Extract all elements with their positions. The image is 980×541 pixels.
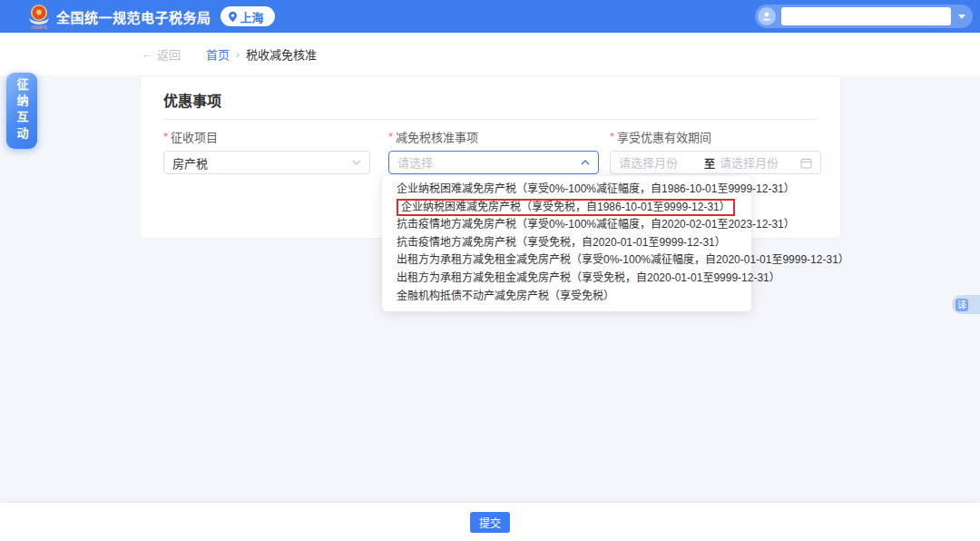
breadcrumb: ← 返回 首页 › 税收减免核准	[141, 33, 317, 75]
side-tab-label: 征纳互动	[14, 78, 31, 143]
person-icon	[761, 11, 772, 22]
translate-float-button[interactable]: 译	[952, 295, 980, 314]
chevron-down-icon	[352, 160, 361, 165]
range-to-label: 至	[704, 155, 715, 171]
approval-item-dropdown-panel: 企业纳税困难减免房产税（享受0%-100%减征幅度，自1986-10-01至99…	[382, 176, 751, 311]
back-button[interactable]: ← 返回	[141, 45, 181, 63]
interaction-side-tab[interactable]: 征纳互动	[6, 73, 37, 149]
required-asterisk: *	[163, 130, 168, 143]
user-avatar	[758, 7, 776, 25]
back-arrow-icon: ←	[141, 47, 152, 61]
dropdown-option[interactable]: 出租方为承租方减免租金减免房产税（享受免税，自2020-01-01至9999-1…	[382, 270, 751, 288]
breadcrumb-bar: ← 返回 首页 › 税收减免核准	[0, 33, 980, 75]
back-label: 返回	[157, 45, 181, 63]
levy-item-value[interactable]	[172, 156, 352, 170]
dropdown-option[interactable]: 抗击疫情地方减免房产税（享受免税，自2020-01-01至9999-12-31）	[382, 234, 751, 252]
divider	[163, 119, 818, 120]
required-asterisk: *	[610, 130, 614, 143]
tax-emblem-icon: 中国税务	[27, 4, 51, 29]
dropdown-option[interactable]: 抗击疫情地方减免房产税（享受0%-100%减征幅度，自2020-02-01至20…	[382, 216, 751, 234]
highlight-red-box: 企业纳税困难减免房产税（享受免税，自1986-10-01至9999-12-31）	[397, 199, 735, 216]
valid-period-range-picker[interactable]: 至	[610, 151, 821, 174]
dropdown-option-highlighted[interactable]: 企业纳税困难减免房产税（享受免税，自1986-10-01至9999-12-31）	[382, 199, 751, 217]
footer-bar: 提交	[0, 503, 980, 541]
location-pin-icon	[228, 11, 238, 23]
approval-item-label: * 减免税核准事项	[388, 126, 599, 146]
levy-item-select[interactable]	[163, 151, 370, 174]
user-menu[interactable]	[755, 5, 973, 28]
approval-item-select[interactable]	[388, 151, 599, 174]
submit-button[interactable]: 提交	[470, 512, 510, 533]
app-header: 中国税务 全国统一规范电子税务局 上海	[0, 0, 980, 33]
valid-period-field: * 享受优惠有效期间 至	[610, 126, 821, 174]
approval-item-input[interactable]	[397, 156, 581, 170]
user-name-box	[781, 7, 951, 25]
location-badge[interactable]: 上海	[220, 6, 275, 26]
levy-item-label: * 征收项目	[163, 126, 370, 146]
dropdown-option[interactable]: 企业纳税困难减免房产税（享受0%-100%减征幅度，自1986-10-01至99…	[382, 181, 751, 199]
breadcrumb-separator-icon: ›	[236, 48, 240, 61]
breadcrumb-current: 税收减免核准	[246, 45, 317, 63]
location-label: 上海	[240, 8, 264, 25]
dropdown-option[interactable]: 金融机构抵债不动产减免房产税（享受免税）	[382, 288, 751, 306]
period-end-input[interactable]	[720, 156, 800, 170]
app-title: 全国统一规范电子税务局	[56, 7, 211, 26]
caret-down-icon	[958, 15, 965, 19]
levy-item-field: * 征收项目	[163, 126, 370, 174]
dropdown-option[interactable]: 出租方为承租方减免租金减免房产税（享受0%-100%减征幅度，自2020-01-…	[382, 251, 751, 270]
valid-period-label: * 享受优惠有效期间	[610, 126, 821, 146]
breadcrumb-home-link[interactable]: 首页	[206, 45, 230, 63]
required-asterisk: *	[388, 130, 393, 143]
period-start-input[interactable]	[619, 156, 700, 170]
calendar-icon	[800, 157, 812, 169]
svg-text:中国税务: 中国税务	[31, 25, 47, 30]
translate-icon: 译	[956, 299, 968, 311]
page-title: 优惠事项	[163, 89, 221, 111]
approval-item-field: * 减免税核准事项	[388, 126, 599, 174]
chevron-up-icon	[581, 160, 590, 165]
